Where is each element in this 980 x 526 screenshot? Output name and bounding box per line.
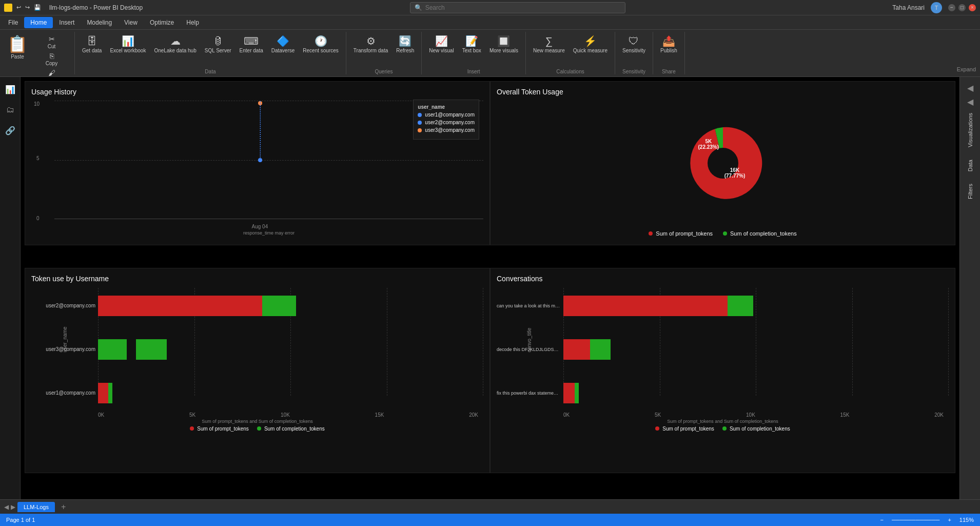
bar-red-user2 [98, 296, 262, 316]
sensitivity-button[interactable]: 🛡 Sensitivity [619, 34, 649, 55]
menu-view[interactable]: View [118, 17, 144, 28]
status-right: − ──────────── + 115% [880, 517, 974, 523]
close-button[interactable]: × [969, 4, 976, 11]
insert-group-label: Insert [426, 67, 521, 74]
search-input[interactable] [425, 4, 621, 11]
legend-item-user3: user3@company.com [418, 127, 475, 133]
onelake-label: OneLake data hub [154, 48, 196, 53]
tab-llm-logs[interactable]: LLM-Logs [17, 502, 55, 512]
more-visuals-label: More visuals [489, 48, 518, 53]
red-pct: (77.77%) [724, 173, 746, 179]
ribbon-expand-button[interactable]: Expand [957, 66, 976, 72]
recent-sources-icon: 🕐 [315, 36, 327, 46]
refresh-label: Refresh [396, 48, 414, 53]
title-bar-right: Taha Ansari T − □ × [892, 2, 976, 13]
menu-home[interactable]: Home [24, 17, 53, 28]
conversations-chart: convo_title can you take a look at this … [563, 288, 949, 411]
ribbon-queries-items: ⚙ Transform data 🔄 Refresh [350, 32, 417, 67]
bar-label-convo2: decode this DFJKLDJLGDS235JKLSDGJKL 235J… [497, 347, 561, 352]
app-icon [4, 4, 12, 12]
sidebar-icon-data[interactable]: 🗂 [2, 102, 18, 118]
quick-measure-button[interactable]: ⚡ Quick measure [570, 34, 611, 55]
conv-legend-completion: Sum of completion_tokens [722, 426, 790, 432]
cut-button[interactable]: ✂ Cut [33, 34, 70, 50]
token-dot-red [649, 231, 653, 236]
x-tick-10k: 10K [281, 412, 290, 418]
error-label: response_time may error [243, 230, 295, 236]
tab-data[interactable]: Data [965, 155, 975, 176]
minimize-button[interactable]: − [948, 4, 955, 11]
menu-file[interactable]: File [2, 17, 24, 28]
sidebar-icon-model[interactable]: 🔗 [2, 122, 18, 139]
collapse-right-icon[interactable]: ◀ [967, 97, 973, 107]
bar-green-convo3 [575, 383, 579, 403]
zoom-plus-button[interactable]: + [948, 517, 951, 523]
token-legend-prompt-label: Sum of prompt_tokens [656, 230, 713, 237]
bar-green-convo2 [590, 339, 611, 360]
undo-icon[interactable]: ↩ [16, 4, 21, 11]
restore-button[interactable]: □ [958, 4, 966, 11]
publish-label: Publish [660, 48, 677, 53]
sql-button[interactable]: 🛢 SQL Server [202, 34, 234, 55]
copy-button[interactable]: ⎘ Copy [33, 51, 70, 67]
tab-filters[interactable]: Filters [965, 180, 975, 203]
dataverse-button[interactable]: 🔷 Dataverse [268, 34, 298, 55]
ribbon-sensitivity-group: 🛡 Sensitivity Sensitivity [615, 32, 653, 74]
transform-data-button[interactable]: ⚙ Transform data [350, 34, 391, 55]
more-visuals-button[interactable]: 🔲 More visuals [486, 34, 521, 55]
search-bar[interactable]: 🔍 [410, 2, 625, 13]
recent-sources-button[interactable]: 🕐 Recent sources [300, 34, 341, 55]
save-icon[interactable]: 💾 [34, 4, 41, 11]
text-box-label: Text box [462, 48, 481, 53]
ribbon-expand-area: Expand [953, 32, 980, 74]
get-data-button[interactable]: 🗄 Get data [79, 34, 105, 55]
onelake-icon: ☁ [170, 36, 181, 46]
calculations-group-label: Calculations [530, 67, 611, 74]
enter-data-button[interactable]: ⌨ Enter data [237, 34, 266, 55]
legend-item-user1: user1@company.com [418, 112, 475, 118]
user-name: Taha Ansari [892, 4, 925, 11]
legend-item-user2: user2@company.com [418, 120, 475, 125]
scroll-right-button[interactable]: ▶ [11, 503, 15, 511]
legend-label-user3: user3@company.com [425, 127, 475, 133]
excel-button[interactable]: 📊 Excel workbook [107, 34, 149, 55]
bar-label-user1: user1@company.com [31, 390, 95, 396]
new-visual-button[interactable]: 📈 New visual [426, 34, 457, 55]
zoom-minus-button[interactable]: − [880, 517, 883, 523]
refresh-button[interactable]: 🔄 Refresh [393, 34, 417, 55]
scroll-left-button[interactable]: ◀ [4, 503, 9, 511]
bar-red-user1 [98, 383, 108, 403]
bar-label-user3: user3@company.com [31, 346, 95, 352]
text-box-button[interactable]: 📝 Text box [459, 34, 484, 55]
pie-svg [682, 122, 764, 204]
token-legend-prompt: Sum of prompt_tokens [649, 230, 713, 237]
bar-group-user3 [98, 339, 167, 360]
pie-chart: 5K (22.23%) 16K (77.77%) [682, 122, 764, 204]
publish-button[interactable]: 📤 Publish [657, 34, 680, 55]
redo-icon[interactable]: ↪ [25, 4, 30, 11]
ribbon-sensitivity-items: 🛡 Sensitivity [619, 32, 649, 67]
tab-visualizations[interactable]: Visualizations [965, 109, 975, 151]
collapse-left-icon[interactable]: ◀ [967, 83, 973, 93]
user-dot-red [190, 426, 194, 431]
add-tab-button[interactable]: + [57, 502, 70, 512]
onelake-button[interactable]: ☁ OneLake data hub [151, 34, 199, 55]
legend-label-user1: user1@company.com [425, 112, 475, 118]
title-bar-left: ↩ ↪ 💾 llm-logs-demo - Power BI Desktop [4, 4, 143, 12]
user-legend-completion-label: Sum of completion_tokens [264, 426, 325, 432]
menu-modeling[interactable]: Modeling [81, 17, 118, 28]
user-avatar: T [931, 2, 942, 13]
menu-insert[interactable]: Insert [53, 17, 81, 28]
menu-optimize[interactable]: Optimize [144, 17, 180, 28]
new-visual-icon: 📈 [435, 36, 448, 46]
zoom-slider[interactable]: ──────────── [892, 517, 940, 523]
ribbon-insert-items: 📈 New visual 📝 Text box 🔲 More visuals [426, 32, 521, 67]
usage-history-panel: Usage History 10 5 0 [25, 81, 490, 245]
new-measure-button[interactable]: ∑ New measure [530, 34, 568, 55]
menu-help[interactable]: Help [180, 17, 205, 28]
paste-button[interactable]: 📋 Paste [4, 34, 31, 62]
ribbon-share-group: 📤 Publish Share [653, 32, 685, 74]
enter-data-icon: ⌨ [244, 36, 259, 46]
bar-green-user3-left [98, 339, 127, 360]
sidebar-icon-report[interactable]: 📊 [2, 81, 18, 98]
